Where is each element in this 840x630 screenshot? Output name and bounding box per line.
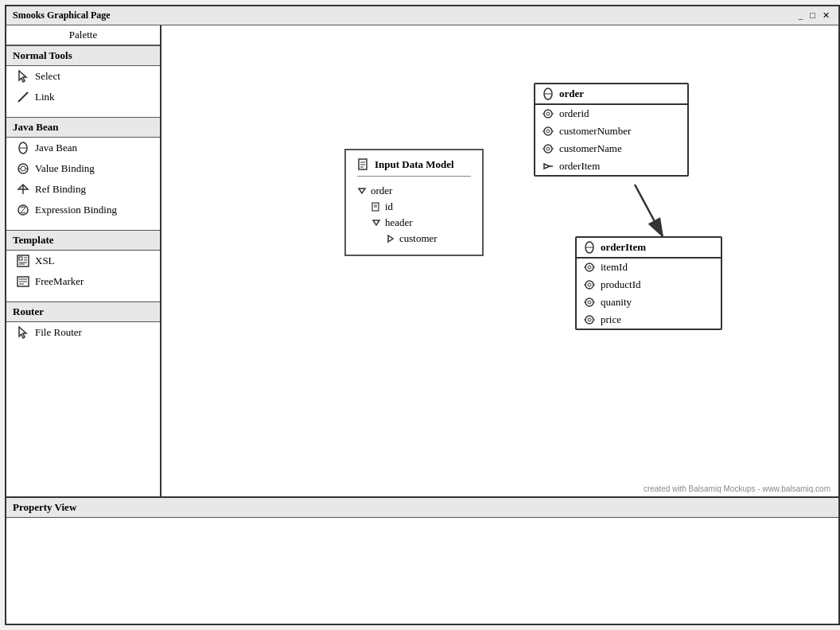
idm-id-label: id: [385, 200, 393, 213]
close-button[interactable]: ✕: [820, 10, 832, 21]
svg-point-60: [585, 298, 593, 306]
sidebar-item-refbinding[interactable]: Ref Binding: [6, 179, 160, 200]
section-router: Router: [6, 301, 160, 322]
valuebinding-icon: [16, 161, 30, 176]
valuebinding-label: Value Binding: [35, 162, 95, 175]
idm-tree-id: id: [357, 199, 471, 215]
window-controls[interactable]: _ □ ✕: [796, 10, 832, 21]
main-area: Palette Normal Tools Select Link: [6, 25, 838, 496]
orderitem-field-productid: productId: [577, 276, 721, 294]
price-label: price: [601, 313, 621, 326]
link-icon: [16, 90, 30, 104]
customername-label: customerName: [559, 142, 622, 155]
order-bean-icon: [542, 88, 554, 100]
triangle-right-icon: [386, 234, 395, 243]
svg-point-53: [588, 266, 591, 269]
sidebar-item-valuebinding[interactable]: Value Binding: [6, 158, 160, 179]
filerouter-label: File Router: [35, 326, 82, 339]
svg-marker-48: [544, 164, 550, 169]
javabean-label: Java Bean: [35, 142, 77, 154]
app-window: Smooks Graphical Page _ □ ✕ Palette Norm…: [5, 5, 840, 625]
canvas-area: Input Data Model order id: [161, 25, 838, 496]
svg-marker-0: [19, 71, 26, 82]
productid-label: productId: [601, 278, 641, 291]
svg-point-64: [585, 316, 593, 324]
triangle-down-icon2: [371, 218, 381, 228]
svg-line-1: [18, 92, 28, 102]
svg-line-23: [635, 185, 663, 236]
svg-point-45: [546, 147, 550, 150]
section-normal-tools: Normal Tools: [6, 45, 160, 66]
refbinding-label: Ref Binding: [35, 183, 86, 196]
svg-point-36: [544, 110, 552, 118]
order-field-customername: customerName: [535, 140, 687, 158]
sidebar-item-expressionbinding[interactable]: Expression Binding: [6, 200, 160, 220]
sidebar-item-select[interactable]: Select: [6, 66, 160, 87]
svg-point-40: [544, 127, 552, 135]
svg-point-44: [544, 145, 552, 153]
svg-point-52: [585, 263, 593, 271]
doc-small-icon: [371, 202, 381, 212]
expressionbinding-label: Expression Binding: [35, 204, 117, 216]
svg-point-37: [546, 112, 550, 115]
order-field-customernumber: customerNumber: [535, 122, 687, 140]
triangle-down-icon: [357, 186, 367, 196]
svg-marker-28: [359, 189, 365, 193]
quanity-label: quanity: [601, 296, 632, 309]
select-label: Select: [35, 70, 60, 83]
orderitem-title: orderItem: [601, 241, 646, 254]
circle-icon-itemid: [583, 261, 596, 274]
svg-point-41: [546, 130, 550, 133]
idm-doc-icon: [357, 158, 370, 171]
circle-icon-productid: [583, 278, 596, 291]
orderitem-field-price: price: [577, 311, 721, 329]
svg-rect-12: [19, 257, 22, 260]
orderitem-label: orderItem: [559, 160, 600, 173]
property-view: Property View: [6, 496, 838, 624]
idm-tree-order: order: [357, 183, 471, 199]
property-view-title: Property View: [6, 498, 838, 518]
order-field-orderid: orderid: [535, 105, 687, 122]
minimize-button[interactable]: _: [796, 10, 806, 21]
maximize-button[interactable]: □: [807, 10, 818, 21]
arrow-right-icon-orderitem: [542, 160, 554, 173]
svg-point-61: [588, 301, 591, 304]
filerouter-icon: [16, 325, 30, 340]
svg-marker-21: [19, 327, 26, 338]
freemarker-label: FreeMarker: [35, 275, 84, 288]
sidebar-item-filerouter[interactable]: File Router: [6, 322, 160, 343]
balsamiq-credit: created with Balsamiq Mockups - www.bals…: [644, 484, 830, 493]
link-label: Link: [35, 91, 55, 103]
xsl-label: XSL: [35, 255, 55, 267]
circle-icon-quanity: [583, 296, 596, 309]
order-box[interactable]: order orderid: [534, 83, 689, 177]
orderitem-box[interactable]: orderItem itemId: [575, 236, 722, 330]
orderid-label: orderid: [559, 107, 589, 120]
orderitem-field-itemid: itemId: [577, 259, 721, 276]
idm-title: Input Data Model: [375, 158, 454, 171]
sidebar-item-link[interactable]: Link: [6, 87, 160, 107]
orderitem-bean-icon: [583, 241, 596, 254]
idm-header: Input Data Model: [357, 158, 471, 177]
title-bar: Smooks Graphical Page _ □ ✕: [6, 6, 838, 25]
circle-icon-customernumber: [542, 125, 554, 138]
orderitem-box-header: orderItem: [577, 238, 721, 259]
expressionbinding-icon: [16, 203, 30, 217]
sidebar-item-xsl[interactable]: XSL: [6, 251, 160, 271]
customernumber-label: customerNumber: [559, 125, 631, 138]
idm-tree-customer: customer: [357, 231, 471, 247]
order-box-header: order: [535, 84, 687, 105]
svg-point-56: [585, 281, 593, 289]
refbinding-icon: [16, 182, 30, 196]
idm-customer-label: customer: [399, 232, 438, 245]
svg-point-57: [588, 283, 591, 286]
svg-point-65: [588, 318, 591, 321]
sidebar: Palette Normal Tools Select Link: [6, 25, 161, 496]
circle-icon-orderid: [542, 107, 554, 120]
xsl-icon: [16, 254, 30, 268]
cursor-icon: [16, 69, 30, 84]
javabean-icon: [16, 141, 30, 155]
idm-header-label: header: [385, 216, 413, 229]
sidebar-item-freemarker[interactable]: FreeMarker: [6, 271, 160, 292]
sidebar-item-javabean[interactable]: Java Bean: [6, 138, 160, 158]
